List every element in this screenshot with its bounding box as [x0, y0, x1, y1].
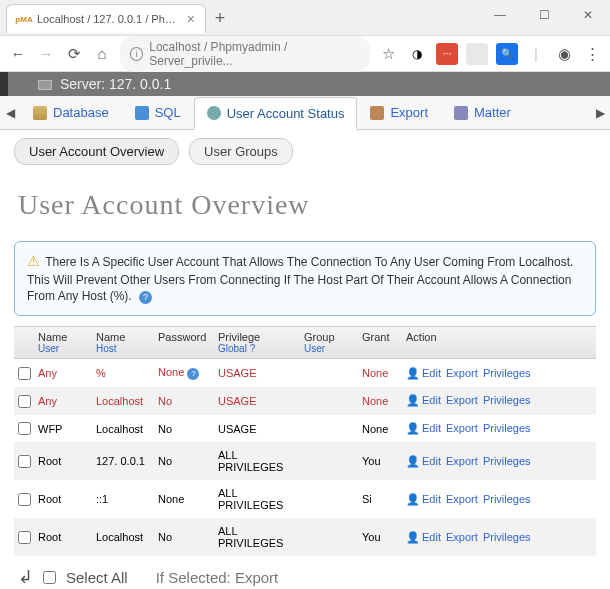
- export-link[interactable]: Export: [446, 422, 478, 434]
- privileges-link[interactable]: Privileges: [483, 493, 531, 505]
- cell-actions: 👤Edit Export Privileges: [402, 390, 596, 411]
- home-button[interactable]: ⌂: [92, 44, 112, 64]
- row-checkbox[interactable]: [18, 367, 31, 380]
- cell-grant: Si: [358, 489, 402, 509]
- cell-grant: None: [358, 391, 402, 411]
- privileges-link[interactable]: Privileges: [483, 531, 531, 543]
- favicon-icon: pMA: [17, 12, 31, 26]
- warning-icon: ⚠: [27, 253, 40, 269]
- row-checkbox[interactable]: [18, 422, 31, 435]
- server-breadcrumb: Server: 127. 0.0.1: [0, 72, 610, 96]
- profile-icon[interactable]: ◉: [554, 44, 574, 64]
- cell-host: ::1: [92, 489, 154, 509]
- edit-link[interactable]: Edit: [422, 422, 441, 434]
- cell-group: [300, 457, 358, 465]
- th-password[interactable]: Password: [154, 327, 214, 358]
- subtab-groups[interactable]: User Groups: [189, 138, 293, 165]
- extension-4-icon[interactable]: 🔍: [496, 43, 518, 65]
- window-maximize-button[interactable]: ☐: [522, 0, 566, 30]
- edit-link[interactable]: Edit: [422, 493, 441, 505]
- extension-3-icon[interactable]: [466, 43, 488, 65]
- th-host[interactable]: NameHost: [92, 327, 154, 358]
- server-label: Server: 127. 0.0.1: [60, 76, 171, 92]
- user-icon: [207, 106, 221, 120]
- table-row: WFPLocalhostNoUSAGENone👤Edit Export Priv…: [14, 415, 596, 443]
- edit-link[interactable]: Edit: [422, 367, 441, 379]
- cell-password: No: [154, 391, 214, 411]
- tab-sql[interactable]: SQL: [122, 96, 194, 129]
- new-tab-button[interactable]: +: [206, 4, 234, 32]
- th-action: Action: [402, 327, 596, 358]
- export-link[interactable]: Export: [446, 455, 478, 467]
- help-icon[interactable]: ?: [250, 343, 256, 354]
- cell-grant: You: [358, 451, 402, 471]
- privileges-link[interactable]: Privileges: [483, 367, 531, 379]
- privileges-link[interactable]: Privileges: [483, 394, 531, 406]
- cell-password: No: [154, 527, 214, 547]
- th-group[interactable]: GroupUser: [300, 327, 358, 358]
- tabs-scroll-left-icon[interactable]: ◀: [0, 106, 20, 120]
- sql-icon: [135, 106, 149, 120]
- help-icon[interactable]: ?: [187, 368, 199, 380]
- sub-tabs: User Account Overview User Groups: [0, 130, 610, 173]
- tab-user-account-status[interactable]: User Account Status: [194, 97, 358, 130]
- export-link[interactable]: Export: [446, 493, 478, 505]
- cell-privilege: USAGE: [214, 363, 300, 383]
- site-info-icon[interactable]: i: [130, 47, 143, 61]
- export-link[interactable]: Export: [446, 531, 478, 543]
- cell-password: None: [154, 489, 214, 509]
- help-icon[interactable]: ?: [139, 291, 152, 304]
- tabs-scroll-right-icon[interactable]: ▶: [590, 106, 610, 120]
- tab-close-icon[interactable]: ×: [187, 11, 195, 27]
- cell-grant: None: [358, 363, 402, 383]
- select-all-checkbox[interactable]: [43, 571, 56, 584]
- tab-matter[interactable]: Matter: [441, 96, 524, 129]
- warning-box: ⚠ There Is A Specific User Account That …: [14, 241, 596, 316]
- cell-group: [300, 495, 358, 503]
- cell-user: Root: [34, 489, 92, 509]
- window-close-button[interactable]: ✕: [566, 0, 610, 30]
- server-icon: [38, 80, 52, 90]
- row-checkbox[interactable]: [18, 395, 31, 408]
- forward-button[interactable]: →: [36, 44, 56, 64]
- cell-actions: 👤Edit Export Privileges: [402, 363, 596, 384]
- edit-link[interactable]: Edit: [422, 394, 441, 406]
- row-checkbox[interactable]: [18, 455, 31, 468]
- th-grant[interactable]: Grant: [358, 327, 402, 358]
- warning-text: There Is A Specific User Account That Al…: [27, 255, 573, 303]
- cell-privilege: ALL PRIVILEGES: [214, 483, 300, 515]
- subtab-overview[interactable]: User Account Overview: [14, 138, 179, 165]
- row-checkbox[interactable]: [18, 493, 31, 506]
- row-checkbox[interactable]: [18, 531, 31, 544]
- window-minimize-button[interactable]: —: [478, 0, 522, 30]
- extension-2-icon[interactable]: ···: [436, 43, 458, 65]
- edit-user-icon: 👤: [406, 455, 420, 467]
- th-privilege[interactable]: PrivilegeGlobal ?: [214, 327, 300, 358]
- url-bar[interactable]: i Localhost / Phpmyadmin / Server_privil…: [120, 36, 370, 72]
- tab-database[interactable]: Database: [20, 96, 122, 129]
- table-row: AnyLocalhostNoUSAGENone👤Edit Export Priv…: [14, 387, 596, 415]
- reload-button[interactable]: ⟳: [64, 44, 84, 64]
- window-controls: — ☐ ✕: [478, 0, 610, 30]
- cell-user: Root: [34, 527, 92, 547]
- cell-group: [300, 425, 358, 433]
- export-icon: [370, 106, 384, 120]
- edit-link[interactable]: Edit: [422, 455, 441, 467]
- extension-1-icon[interactable]: ◑: [406, 43, 428, 65]
- tab-title: Localhost / 127. 0.0.1 / PhpMyAdmi X: [37, 13, 181, 25]
- cell-host: %: [92, 363, 154, 383]
- cell-privilege: USAGE: [214, 419, 300, 439]
- bookmark-icon[interactable]: ☆: [378, 44, 398, 64]
- edit-link[interactable]: Edit: [422, 531, 441, 543]
- browser-tab[interactable]: pMA Localhost / 127. 0.0.1 / PhpMyAdmi X…: [6, 4, 206, 33]
- th-user[interactable]: NameUser: [34, 327, 92, 358]
- export-link[interactable]: Export: [446, 367, 478, 379]
- export-link[interactable]: Export: [446, 394, 478, 406]
- cell-actions: 👤Edit Export Privileges: [402, 418, 596, 439]
- edit-user-icon: 👤: [406, 394, 420, 406]
- menu-icon[interactable]: ⋮: [582, 44, 602, 64]
- privileges-link[interactable]: Privileges: [483, 422, 531, 434]
- back-button[interactable]: ←: [8, 44, 28, 64]
- privileges-link[interactable]: Privileges: [483, 455, 531, 467]
- tab-export[interactable]: Export: [357, 96, 441, 129]
